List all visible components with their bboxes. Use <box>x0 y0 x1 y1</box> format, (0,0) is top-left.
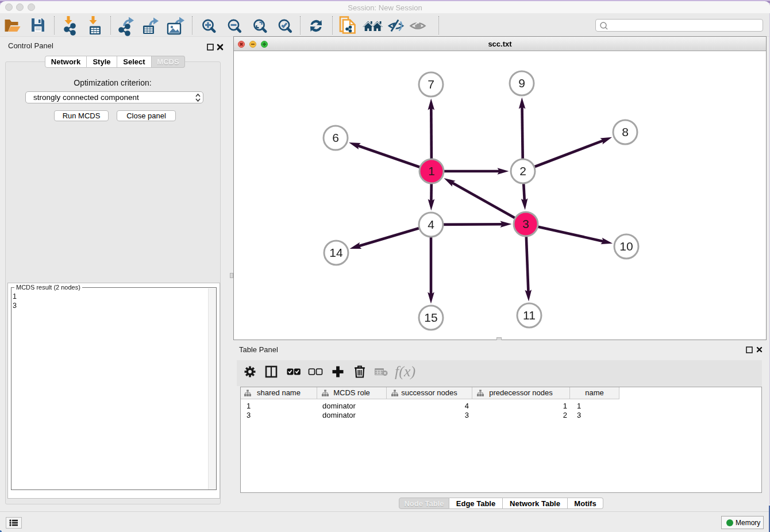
svg-text:9: 9 <box>518 76 525 90</box>
svg-text:2: 2 <box>519 164 526 178</box>
svg-text:15: 15 <box>424 311 437 324</box>
svg-text:6: 6 <box>332 131 339 144</box>
svg-text:1: 1 <box>428 164 435 178</box>
svg-text:11: 11 <box>523 309 536 322</box>
svg-text:8: 8 <box>622 125 629 138</box>
svg-text:f(x): f(x) <box>395 363 415 380</box>
svg-text:10: 10 <box>619 240 633 253</box>
svg-text:4: 4 <box>428 218 434 231</box>
svg-text:14: 14 <box>329 246 343 259</box>
svg-text:3: 3 <box>522 217 529 230</box>
svg-text:7: 7 <box>428 78 434 91</box>
